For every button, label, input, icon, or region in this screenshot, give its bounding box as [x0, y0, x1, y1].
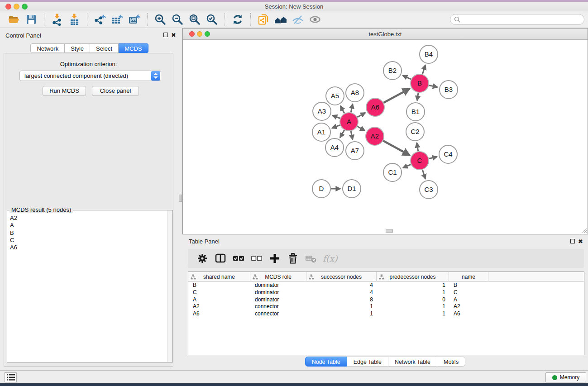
home-button[interactable]	[274, 13, 287, 26]
save-session-button[interactable]	[24, 13, 38, 26]
open-session-button[interactable]	[7, 13, 21, 26]
split-view-button[interactable]	[214, 252, 227, 265]
edge-A-A8[interactable]	[351, 104, 353, 112]
search-input[interactable]	[463, 15, 584, 24]
result-scrollbar[interactable]	[167, 210, 172, 362]
tab-node-table[interactable]: Node Table	[305, 357, 347, 367]
edge-C-C1[interactable]	[403, 164, 411, 168]
tab-edge-table[interactable]: Edge Table	[347, 357, 388, 367]
delete-table-button[interactable]	[305, 252, 317, 265]
node-B2[interactable]: B2	[383, 62, 402, 80]
node-C4[interactable]: C4	[439, 145, 457, 163]
function-builder-button[interactable]: f(x)	[323, 252, 338, 265]
node-A[interactable]: A	[340, 113, 358, 131]
refresh-layout-button[interactable]	[231, 13, 244, 26]
tab-mcds[interactable]: MCDS	[119, 43, 148, 53]
show-all-button[interactable]	[308, 13, 322, 26]
select-all-button[interactable]	[232, 252, 245, 265]
table-row[interactable]: Cdominator41C	[188, 289, 584, 296]
node-B1[interactable]: B1	[406, 103, 425, 121]
edge-A2-C[interactable]	[383, 141, 410, 155]
add-column-button[interactable]	[268, 252, 281, 265]
tab-network-table[interactable]: Network Table	[388, 357, 437, 367]
node-B4[interactable]: B4	[420, 45, 438, 63]
export-network-button[interactable]	[93, 13, 107, 26]
float-panel-icon[interactable]	[163, 33, 168, 37]
zoom-out-button[interactable]	[171, 13, 184, 26]
export-image-button[interactable]	[128, 13, 141, 26]
table-panel-divider-grip[interactable]	[386, 229, 393, 233]
tab-select[interactable]: Select	[90, 43, 119, 53]
edge-A-A3[interactable]	[332, 115, 340, 119]
edge-C-C2[interactable]	[417, 143, 418, 152]
node-A3[interactable]: A3	[313, 102, 331, 120]
edge-B-B3[interactable]	[429, 85, 438, 87]
task-history-button[interactable]	[5, 372, 17, 382]
criterion-dropdown[interactable]: largest connected component (directed)	[19, 71, 161, 81]
edge-A-A2[interactable]	[357, 126, 365, 130]
tab-style[interactable]: Style	[65, 43, 90, 53]
result-item[interactable]: C	[10, 237, 167, 244]
column-header-shared-name[interactable]: shared name	[188, 272, 250, 281]
run-mcds-button[interactable]: Run MCDS	[43, 86, 86, 96]
column-header-mcds-role[interactable]: MCDS role	[250, 272, 306, 281]
result-item[interactable]: B	[10, 229, 167, 237]
node-D1[interactable]: D1	[343, 180, 361, 198]
network-maximize-button[interactable]	[205, 31, 210, 37]
edge-A-A7[interactable]	[351, 131, 353, 140]
edge-B-B1[interactable]	[417, 93, 418, 100]
node-B3[interactable]: B3	[440, 81, 458, 99]
network-close-button[interactable]	[189, 31, 195, 37]
edge-B-B4[interactable]	[422, 65, 425, 74]
edge-A6-B[interactable]	[383, 89, 410, 103]
node-A7[interactable]: A7	[346, 142, 364, 160]
network-canvas[interactable]: B4B2BB3A8A5A6A3B1AC2A1A2A4A7C4CC1DD1C3	[183, 40, 588, 234]
edge-B-B2[interactable]	[403, 76, 411, 80]
panel-divider-grip[interactable]	[179, 195, 182, 202]
memory-button[interactable]: Memory	[545, 372, 586, 382]
node-C1[interactable]: C1	[383, 163, 402, 181]
edge-A-A4[interactable]	[340, 130, 344, 138]
table-row[interactable]: A6connector11A6	[188, 310, 584, 318]
node-A5[interactable]: A5	[326, 87, 344, 105]
delete-column-button[interactable]	[287, 252, 299, 265]
maximize-window-button[interactable]	[22, 4, 28, 10]
node-C2[interactable]: C2	[406, 123, 424, 141]
search-field[interactable]	[450, 14, 584, 25]
edge-A-A5[interactable]	[340, 106, 344, 114]
import-table-button[interactable]	[67, 13, 81, 26]
close-table-panel-icon[interactable]: ✖	[578, 239, 583, 244]
minimize-window-button[interactable]	[14, 4, 19, 10]
close-window-button[interactable]	[5, 4, 11, 10]
close-panel-button[interactable]: Close panel	[92, 86, 139, 96]
edge-A-A6[interactable]	[357, 113, 365, 117]
resize-grip-icon[interactable]	[581, 227, 587, 234]
zoom-in-button[interactable]	[153, 13, 167, 26]
node-D[interactable]: D	[312, 180, 330, 198]
table-row[interactable]: Adominator80A	[188, 296, 584, 304]
zoom-selected-button[interactable]	[205, 13, 219, 26]
node-A2[interactable]: A2	[366, 127, 384, 145]
node-B[interactable]: B	[411, 74, 429, 92]
node-C3[interactable]: C3	[420, 181, 438, 199]
column-header-predecessor-nodes[interactable]: predecessor nodes	[377, 272, 449, 281]
edge-C-C3[interactable]	[422, 170, 425, 179]
node-A6[interactable]: A6	[366, 98, 384, 116]
new-network-from-selection-button[interactable]	[257, 13, 270, 26]
deselect-all-button[interactable]	[250, 252, 263, 265]
result-item[interactable]: A	[10, 222, 167, 229]
edge-A-A1[interactable]	[332, 125, 340, 128]
column-header-name[interactable]: name	[449, 272, 488, 281]
result-item[interactable]: A6	[10, 244, 167, 251]
table-settings-button[interactable]	[196, 252, 209, 265]
close-panel-icon[interactable]: ✖	[171, 33, 176, 38]
edge-C-C4[interactable]	[429, 157, 437, 158]
zoom-fit-button[interactable]	[188, 13, 201, 26]
export-table-button[interactable]	[110, 13, 124, 26]
result-item[interactable]: A2	[10, 214, 167, 222]
float-table-panel-icon[interactable]	[570, 239, 575, 243]
tab-network[interactable]: Network	[30, 43, 65, 53]
network-minimize-button[interactable]	[197, 31, 202, 37]
tab-motifs[interactable]: Motifs	[437, 357, 465, 367]
hide-selected-button[interactable]	[291, 13, 305, 26]
